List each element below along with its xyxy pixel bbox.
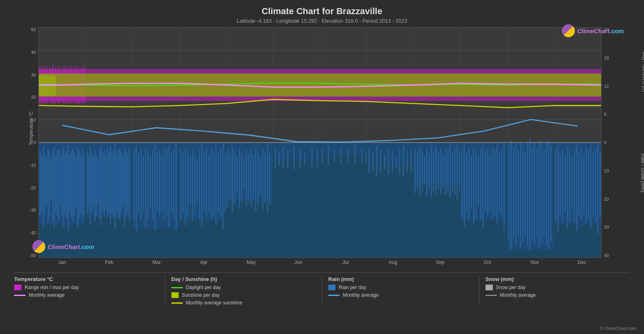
svg-rect-69 [94,150,95,222]
svg-rect-194 [450,145,451,198]
svg-rect-59 [77,147,78,228]
svg-rect-247 [579,151,580,216]
svg-rect-170 [380,150,381,172]
svg-rect-236 [550,146,551,241]
svg-rect-86 [121,151,122,213]
svg-rect-253 [593,152,594,217]
x-tick-apr: Apr [180,260,228,268]
svg-rect-173 [392,151,393,172]
svg-rect-129 [222,144,224,230]
svg-rect-196 [454,149,456,195]
svg-rect-34 [555,143,601,225]
svg-rect-118 [196,159,198,202]
svg-rect-203 [471,155,472,208]
y-tick-50: 50 [14,27,36,32]
svg-rect-210 [487,149,488,215]
svg-rect-153 [287,150,288,167]
svg-rect-89 [125,150,127,217]
y-tick-right-0: 0 [604,140,630,145]
svg-rect-80 [112,153,113,213]
legend-sunshine: Day / Sunshine (h) Daylight per day Suns… [165,276,323,306]
svg-rect-45 [55,155,57,212]
svg-rect-41 [49,151,50,216]
svg-rect-52 [66,151,68,218]
svg-rect-178 [411,149,412,173]
logo-top-right: ClimeChart.com [562,24,624,37]
y-axis-right-label-top: Day / Sunshine (h) [641,51,644,91]
svg-rect-148 [267,145,268,214]
svg-rect-102 [157,151,158,212]
svg-rect-88 [124,146,125,226]
x-tick-nov: Nov [511,260,558,268]
svg-rect-144 [258,151,259,205]
y-tick-30: 30 [14,72,36,77]
svg-rect-150 [274,149,276,168]
svg-rect-249 [583,154,585,215]
y-tick-m50: -50 [14,253,36,258]
svg-rect-181 [419,147,420,197]
svg-rect-78 [108,151,110,214]
x-tick-feb: Feb [86,260,133,268]
logo-clime-bottom: ClimeChart [48,243,80,250]
x-tick-jul: Jul [322,260,370,268]
legend-daylight: Daylight per day [171,285,316,290]
svg-rect-248 [581,148,582,220]
svg-rect-184 [426,149,427,196]
daylight-label: Daylight per day [186,285,221,290]
svg-rect-137 [241,153,242,202]
svg-rect-182 [422,151,423,193]
svg-rect-207 [480,149,481,218]
svg-rect-33 [508,143,554,249]
svg-rect-25 [133,143,179,229]
svg-rect-105 [164,148,165,219]
svg-rect-93 [136,145,137,231]
x-tick-may: May [228,260,275,268]
svg-rect-218 [508,145,509,241]
svg-rect-163 [347,150,348,163]
svg-rect-28 [274,143,320,159]
main-svg: // This is decorative - rendered in SVG … [39,28,601,257]
svg-rect-61 [80,155,81,213]
svg-rect-211 [490,154,491,211]
sunshine-avg-swatch [171,302,183,304]
svg-rect-195 [452,153,453,190]
svg-rect-108 [171,152,172,213]
svg-rect-171 [384,154,385,170]
svg-rect-188 [435,146,437,194]
svg-rect-312 [54,77,55,96]
svg-rect-90 [127,153,128,212]
svg-rect-95 [140,149,141,219]
logo-clime: ClimeChart [577,28,610,34]
svg-rect-48 [60,157,61,206]
svg-rect-47 [58,149,59,221]
svg-rect-136 [239,149,240,208]
chart-container: Climate Chart for Brazzaville Latitude -… [0,0,644,334]
svg-rect-244 [572,157,573,210]
svg-rect-104 [161,154,163,211]
svg-rect-183 [424,157,425,185]
y-tick-right-12: 12 [604,84,630,89]
svg-rect-115 [190,157,191,206]
svg-rect-217 [504,143,505,230]
svg-rect-122 [206,149,207,217]
svg-rect-121 [204,152,205,212]
svg-rect-119 [199,150,200,219]
svg-rect-101 [154,145,156,230]
svg-rect-44 [54,147,55,229]
y-tick-20: 20 [14,95,36,100]
svg-rect-305 [46,76,46,96]
svg-rect-186 [431,145,432,197]
svg-rect-143 [255,147,256,210]
svg-rect-131 [227,149,228,208]
svg-rect-169 [376,146,378,177]
svg-rect-164 [355,145,356,165]
legend-rain-header: Rain (mm) [328,276,473,282]
svg-rect-96 [143,155,144,211]
svg-rect-103 [159,149,160,217]
rain-avg-label: Monthly average [343,292,379,298]
svg-rect-54 [69,155,70,212]
svg-rect-185 [429,153,430,189]
svg-rect-149 [269,153,270,205]
x-tick-jun: Jun [275,260,322,268]
svg-rect-99 [150,157,151,207]
